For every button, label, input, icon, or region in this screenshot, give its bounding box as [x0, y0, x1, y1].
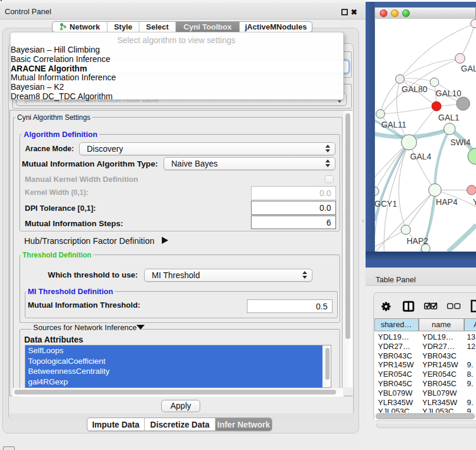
svg-text:HAP2: HAP2	[406, 236, 428, 246]
svg-text:HAP4: HAP4	[436, 197, 458, 207]
svg-text:SWI4: SWI4	[450, 138, 470, 147]
svg-text:GAL11: GAL11	[381, 120, 406, 129]
svg-text:GCY1: GCY1	[375, 198, 397, 208]
svg-text:GAL10: GAL10	[435, 89, 461, 98]
svg-text:GAL80: GAL80	[402, 84, 428, 93]
svg-text:GAL2: GAL2	[461, 63, 476, 73]
svg-text:YJ: YJ	[472, 197, 476, 207]
svg-text:GAL1: GAL1	[438, 113, 459, 122]
svg-text:GAL4: GAL4	[410, 151, 431, 161]
